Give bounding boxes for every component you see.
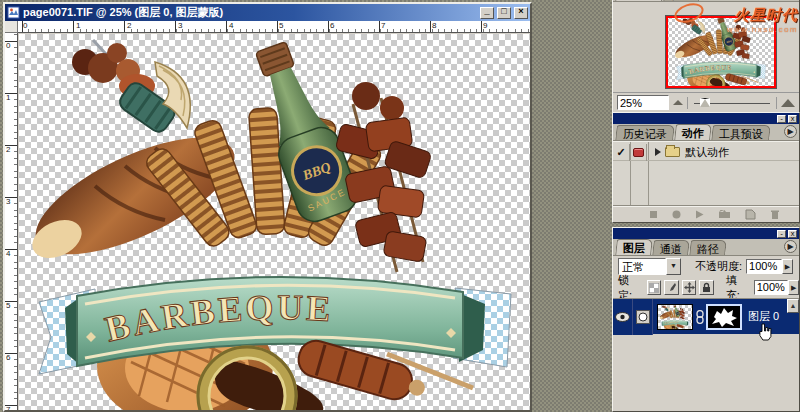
mask-link-icon[interactable] xyxy=(696,310,704,324)
zoom-out-icon[interactable] xyxy=(673,100,683,105)
new-action-icon[interactable] xyxy=(745,209,756,220)
navigator-thumbnail[interactable] xyxy=(665,15,777,89)
document-titlebar[interactable]: page0071.TIF @ 25% (图层 0, 图层蒙版) _ □ × xyxy=(5,4,530,21)
minimize-button[interactable]: _ xyxy=(480,7,494,19)
tab-layers-label: 图层 xyxy=(623,241,645,256)
document-title: page0071.TIF @ 25% (图层 0, 图层蒙版) xyxy=(23,5,477,20)
ruler-number: 0 xyxy=(23,21,27,30)
tab-history[interactable]: 历史记录 xyxy=(615,125,675,140)
tab-actions[interactable]: 动作 xyxy=(674,124,712,140)
panel-menu-icon[interactable]: ▶ xyxy=(784,125,797,138)
barbeque-artwork xyxy=(29,36,521,410)
lock-all-icon[interactable] xyxy=(699,280,713,295)
fill-value[interactable]: 100% xyxy=(754,280,789,295)
navigator-panel: 导航器 信息 ▶ xyxy=(612,0,800,113)
ruler-number: 7 xyxy=(6,405,10,410)
mask-editing-icon[interactable] xyxy=(633,299,653,335)
actions-button-bar xyxy=(613,205,799,222)
layer-thumbnail[interactable] xyxy=(657,304,693,330)
action-check-cell[interactable]: ✓ xyxy=(613,144,630,161)
check-icon: ✓ xyxy=(616,146,625,159)
top-ruler[interactable]: 0 1 2 3 4 5 6 7 8 9 xyxy=(18,21,530,33)
tab-info[interactable]: 信息 xyxy=(663,0,701,1)
ruler-number: 3 xyxy=(6,197,10,206)
modal-dialog-icon xyxy=(633,148,644,157)
trash-icon[interactable] xyxy=(770,209,780,220)
ruler-number: 6 xyxy=(6,353,10,362)
left-ruler[interactable]: 0 1 2 3 4 5 6 7 xyxy=(5,33,18,410)
zoom-slider[interactable] xyxy=(687,97,777,109)
folder-icon xyxy=(665,147,680,157)
palette-close-icon[interactable]: x xyxy=(788,230,797,238)
opacity-value[interactable]: 100% xyxy=(746,259,782,274)
tab-channels-label: 通道 xyxy=(660,242,682,257)
ruler-number: 7 xyxy=(381,21,385,30)
actions-panel: - x 历史记录 动作 工具预设 ▶ ✓ 默认动作 xyxy=(612,112,800,223)
ruler-number: 8 xyxy=(432,21,436,30)
ruler-number: 2 xyxy=(6,145,10,154)
zoom-in-icon[interactable] xyxy=(781,99,795,107)
ruler-number: 1 xyxy=(76,21,80,30)
ruler-number: 1 xyxy=(6,93,10,102)
new-set-folder-icon[interactable] xyxy=(718,209,731,219)
opacity-popup-icon[interactable]: ▶ xyxy=(782,259,793,274)
tab-actions-label: 动作 xyxy=(682,126,704,141)
action-modal-cell[interactable] xyxy=(630,144,647,161)
ruler-number: 4 xyxy=(229,21,233,30)
chevron-down-icon[interactable]: ▼ xyxy=(666,258,681,275)
palette-close-icon[interactable]: x xyxy=(788,115,797,123)
tab-history-label: 历史记录 xyxy=(623,127,667,142)
palette-minimize-icon[interactable]: - xyxy=(777,230,786,238)
layer-mask-thumbnail[interactable] xyxy=(706,304,742,330)
ruler-number: 2 xyxy=(127,21,131,30)
hand-cursor-icon xyxy=(756,323,772,341)
maximize-button[interactable]: □ xyxy=(497,7,511,19)
lock-transparency-icon[interactable] xyxy=(647,280,661,295)
close-button[interactable]: × xyxy=(514,7,528,19)
ruler-number: 0 xyxy=(6,41,10,50)
palette-minimize-icon[interactable]: - xyxy=(777,115,786,123)
ruler-number: 6 xyxy=(330,21,334,30)
action-item-row[interactable]: ✓ 默认动作 xyxy=(613,144,799,161)
play-icon[interactable] xyxy=(695,210,704,219)
layers-empty-area xyxy=(613,334,799,412)
action-set-label[interactable]: 默认动作 xyxy=(685,145,729,160)
panel-menu-icon[interactable]: ▶ xyxy=(784,240,797,253)
layer-name[interactable]: 图层 0 xyxy=(748,309,779,324)
zoom-input[interactable] xyxy=(617,95,669,110)
ruler-corner[interactable] xyxy=(5,21,18,33)
ruler-number: 5 xyxy=(279,21,283,30)
document-window: page0071.TIF @ 25% (图层 0, 图层蒙版) _ □ × 0 … xyxy=(3,2,532,412)
scroll-up-icon[interactable]: ▲ xyxy=(787,299,799,313)
document-icon xyxy=(7,6,20,19)
tab-paths[interactable]: 路径 xyxy=(689,240,727,255)
fill-popup-icon[interactable]: ▶ xyxy=(788,280,799,295)
actions-palette-titlebar[interactable]: - x xyxy=(613,113,799,124)
ruler-number: 4 xyxy=(6,249,10,258)
zoom-slider-thumb[interactable] xyxy=(700,98,710,107)
tab-layers[interactable]: 图层 xyxy=(615,239,653,255)
ruler-number: 5 xyxy=(6,301,10,310)
visibility-eye-icon[interactable] xyxy=(613,299,633,335)
ruler-number: 9 xyxy=(483,21,487,30)
palette-column: 导航器 信息 ▶ - x 历史 xyxy=(612,0,800,412)
layer-row[interactable]: 图层 0 ▲ xyxy=(613,298,799,334)
canvas[interactable] xyxy=(19,34,530,410)
tab-tool-presets[interactable]: 工具预设 xyxy=(711,125,771,140)
lock-position-move-icon[interactable] xyxy=(682,280,696,295)
tab-tool-presets-label: 工具预设 xyxy=(719,127,763,142)
tab-channels[interactable]: 通道 xyxy=(652,240,690,255)
stop-icon[interactable] xyxy=(649,210,658,219)
ruler-number: 3 xyxy=(178,21,182,30)
navigator-thumbnail-image xyxy=(666,16,776,88)
lock-pixels-brush-icon[interactable] xyxy=(664,280,678,295)
layers-panel: - x 图层 通道 路径 ▶ 正常 ▼ 不透明度: 100% ▶ 锁定: xyxy=(612,227,800,412)
record-icon[interactable] xyxy=(672,210,681,219)
tab-paths-label: 路径 xyxy=(697,242,719,257)
layers-palette-titlebar[interactable]: - x xyxy=(613,228,799,239)
expand-triangle-icon[interactable] xyxy=(655,148,661,156)
tab-navigator[interactable]: 导航器 xyxy=(615,0,664,1)
